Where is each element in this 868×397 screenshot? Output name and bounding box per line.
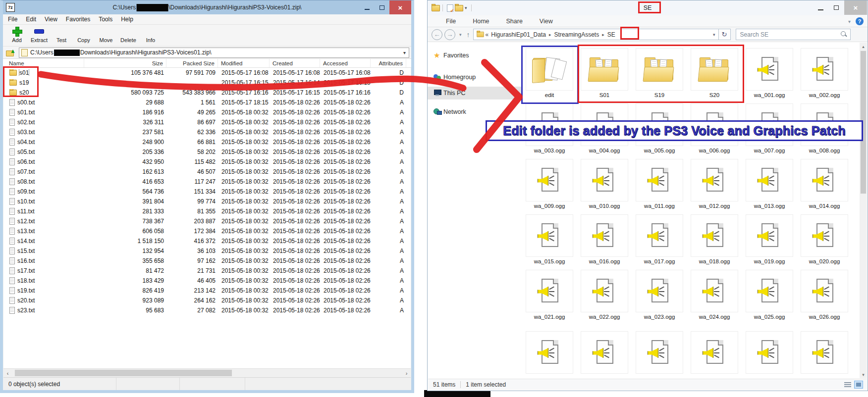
ribbon-tab[interactable]: File (437, 15, 464, 27)
file-tile[interactable]: wa_006.ogg (691, 103, 738, 159)
menu-item[interactable]: View (45, 16, 57, 23)
column-header-attributes[interactable]: Attributes (371, 59, 406, 67)
scroll-up-icon[interactable]: ▴ (860, 43, 867, 50)
column-header-accessed[interactable]: Accessed (320, 59, 371, 67)
forward-button[interactable]: → (444, 29, 455, 40)
search-box[interactable] (736, 29, 851, 40)
scrollbar-thumb[interactable] (14, 369, 232, 377)
file-tile[interactable]: wa_001.ogg (746, 48, 793, 103)
ribbon-collapse-chevron-icon[interactable]: ▾ (848, 19, 851, 24)
maximize-button[interactable] (828, 0, 844, 15)
column-header-modified[interactable]: Modified (218, 59, 270, 67)
vertical-scrollbar[interactable]: ▴ ▾ (860, 43, 867, 378)
address-bar[interactable]: « HigurashiEp01_Data ▸ StreamingAssets ▸… (473, 29, 719, 40)
chevron-down-icon[interactable]: ▾ (401, 50, 408, 55)
table-row[interactable]: s16.txt 355 658 97 162 2015-05-18 00:32 … (3, 256, 411, 266)
scroll-down-icon[interactable]: ▾ (860, 371, 867, 378)
table-row[interactable]: s19.txt 826 419 213 142 2015-05-18 00:32… (3, 286, 411, 296)
file-tile[interactable]: wa_008.ogg (801, 103, 848, 159)
qat-properties-icon[interactable] (447, 4, 453, 12)
toolbar-button[interactable]: Add (6, 26, 28, 43)
nav-item-this-pc[interactable]: This PC (428, 87, 522, 99)
file-tile[interactable] (636, 331, 683, 374)
file-tile[interactable]: wa_002.ogg (801, 48, 848, 103)
nav-item-network[interactable]: Network (428, 105, 522, 118)
toolbar-button[interactable]: Move (95, 26, 117, 43)
file-tile[interactable] (746, 331, 793, 374)
address-combobox[interactable]: C:\UsersDownloads\Higurashi\HigurashiPS3… (19, 48, 409, 58)
help-icon[interactable]: ? (856, 17, 864, 25)
table-row[interactable]: s05.txt 205 336 58 202 2015-05-18 00:32 … (3, 147, 411, 157)
menu-item[interactable]: Help (121, 16, 133, 23)
toolbar-button[interactable]: Copy (73, 26, 95, 43)
file-tile[interactable]: wa_014.ogg (801, 159, 848, 214)
file-tile[interactable]: wa_003.ogg (526, 103, 573, 159)
search-input[interactable] (739, 31, 841, 39)
table-row[interactable]: s12.txt 738 367 203 887 2015-05-18 00:32… (3, 216, 411, 226)
table-row[interactable]: s04.txt 248 900 66 881 2015-05-18 00:32 … (3, 137, 411, 147)
toolbar-button[interactable]: Info (140, 26, 162, 43)
table-row[interactable]: s23.txt 95 683 27 082 2015-05-18 00:32 2… (3, 305, 411, 315)
nav-item-homegroup[interactable]: Homegroup (428, 71, 522, 84)
file-tile[interactable]: wa_019.ogg (746, 214, 793, 270)
close-button[interactable]: × (844, 0, 867, 15)
file-tile[interactable]: wa_018.ogg (691, 214, 738, 270)
table-row[interactable]: s02.txt 326 311 86 697 2015-05-18 00:32 … (3, 117, 411, 127)
file-tile[interactable]: S01 (581, 48, 628, 103)
file-tile[interactable]: S20 (691, 48, 738, 103)
scroll-left-icon[interactable]: ‹ (3, 369, 12, 377)
table-row[interactable]: s01 105 376 481 97 591 709 2015-05-17 16… (3, 68, 411, 78)
file-tile[interactable]: wa_016.ogg (581, 214, 628, 270)
up-folder-icon[interactable]: ▲ (6, 49, 16, 56)
file-tile[interactable]: wa_020.ogg (801, 214, 848, 270)
qat-new-folder-icon[interactable] (455, 5, 463, 11)
file-tile[interactable]: wa_017.ogg (636, 214, 683, 270)
table-row[interactable]: s13.txt 606 058 172 384 2015-05-18 00:32… (3, 226, 411, 236)
ribbon-tab[interactable]: Share (498, 15, 531, 27)
table-row[interactable]: s06.txt 432 950 115 482 2015-05-18 00:32… (3, 157, 411, 167)
large-icons-view-button[interactable] (854, 381, 863, 389)
file-tile[interactable]: wa_022.ogg (581, 270, 628, 325)
scrollbar-thumb[interactable] (860, 50, 867, 194)
breadcrumb-item[interactable]: HigurashiEp01_Data (491, 31, 546, 38)
history-chevron-icon[interactable]: ▾ (459, 32, 462, 37)
horizontal-scrollbar[interactable]: ‹ › (3, 368, 411, 377)
file-tile[interactable]: wa_013.ogg (746, 159, 793, 214)
file-tile[interactable]: wa_012.ogg (691, 159, 738, 214)
file-tile[interactable]: wa_004.ogg (581, 103, 628, 159)
address-dropdown-chevron-icon[interactable]: ▾ (711, 32, 717, 37)
toolbar-button[interactable]: Extract (28, 26, 50, 43)
column-header-name[interactable]: Name (6, 59, 84, 67)
refresh-button[interactable]: ↻ (719, 29, 731, 40)
table-row[interactable]: s08.txt 416 653 117 247 2015-05-18 00:32… (3, 177, 411, 187)
table-row[interactable]: s19 2015-05-17 16:15 2015-05-17 16:14 20… (3, 78, 411, 88)
column-header-created[interactable]: Created (270, 59, 320, 67)
column-header-packed-size[interactable]: Packed Size (166, 59, 218, 67)
breadcrumb-item[interactable]: StreamingAssets (554, 31, 599, 38)
file-tile[interactable]: wa_005.ogg (636, 103, 683, 159)
up-arrow-icon[interactable]: ↑ (467, 31, 470, 39)
ribbon-tab[interactable]: Home (464, 15, 497, 27)
maximize-button[interactable] (375, 0, 389, 14)
toolbar-button[interactable]: Test (51, 26, 72, 43)
back-button[interactable]: ← (432, 29, 442, 40)
menu-item[interactable]: Tools (99, 16, 112, 23)
file-tile[interactable]: wa_025.ogg (746, 270, 793, 325)
column-header-size[interactable]: Size (84, 59, 166, 67)
file-tile[interactable]: wa_007.ogg (746, 103, 793, 159)
file-tile[interactable]: wa_011.ogg (636, 159, 683, 214)
table-row[interactable]: s10.txt 391 804 99 774 2015-05-18 00:32 … (3, 197, 411, 206)
table-row[interactable]: s14.txt 1 518 150 416 372 2015-05-18 00:… (3, 236, 411, 246)
minimize-button[interactable] (813, 0, 828, 15)
file-tile[interactable]: wa_010.ogg (581, 159, 628, 214)
table-row[interactable]: s18.txt 183 429 46 405 2015-05-18 00:32 … (3, 276, 411, 286)
toolbar-button[interactable]: Delete (117, 26, 139, 43)
scroll-right-icon[interactable]: › (402, 369, 411, 377)
file-tile[interactable]: wa_024.ogg (691, 270, 738, 325)
file-tile[interactable]: wa_015.ogg (526, 214, 573, 270)
file-tile[interactable] (691, 331, 738, 374)
nav-item-favorites[interactable]: ★ Favorites (428, 49, 522, 62)
file-tile[interactable]: wa_023.ogg (636, 270, 683, 325)
file-tile[interactable] (801, 331, 848, 374)
file-tile[interactable]: S19 (636, 48, 683, 103)
